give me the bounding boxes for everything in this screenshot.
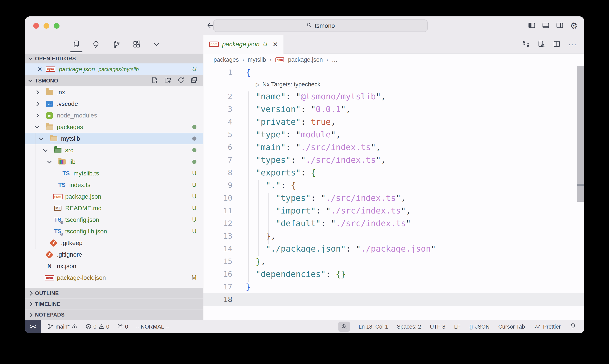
breadcrumb-item[interactable]: packages xyxy=(213,56,239,63)
tree-item-index-ts[interactable]: TSindex.tsU xyxy=(25,179,203,191)
breadcrumb-item-file[interactable]: package.json xyxy=(288,56,323,63)
code-line-13[interactable]: 13 }, xyxy=(203,230,584,242)
code-line-11[interactable]: 11 "import": "./src/index.ts", xyxy=(203,204,584,217)
codelens-nx-targets[interactable]: ▷Nx Targets: typecheck xyxy=(203,79,584,90)
screencast-zoom-indicator[interactable] xyxy=(338,322,350,332)
maximize-window-button[interactable] xyxy=(54,23,60,29)
tree-item--vscode[interactable]: VS.vscode xyxy=(25,98,203,110)
toggle-panel-icon[interactable] xyxy=(542,21,550,30)
tree-item-src[interactable]: src xyxy=(25,144,203,156)
tab-close-icon[interactable]: ✕ xyxy=(272,40,278,48)
code-text: "name": "@tsmono/mytslib", xyxy=(246,92,386,101)
code-line-4[interactable]: 4 "private": true, xyxy=(203,116,584,128)
more-actions-icon[interactable]: ··· xyxy=(568,40,577,49)
section-title: NOTEPADS xyxy=(35,312,65,318)
code-line-2[interactable]: 2 "name": "@tsmono/mytslib", xyxy=(203,90,584,103)
tree-item-tsconfig-lib-json[interactable]: TS⚙tsconfig.lib.jsonU xyxy=(25,225,203,237)
eol-status[interactable]: LF xyxy=(454,324,460,330)
close-editor-icon[interactable]: ✕ xyxy=(37,66,42,73)
cursor-position-status[interactable]: Ln 18, Col 1 xyxy=(359,324,388,330)
open-changes-editor-icon[interactable] xyxy=(537,40,545,49)
tree-item-package-lock-json[interactable]: npmpackage-lock.jsonM xyxy=(25,272,203,284)
chevron-down-icon xyxy=(43,147,48,152)
toggle-secondary-sidebar-icon[interactable] xyxy=(556,21,564,30)
code-line-5[interactable]: 5 "type": "module", xyxy=(203,128,584,141)
code-line-3[interactable]: 3 "version": "0.0.1", xyxy=(203,103,584,116)
remote-indicator[interactable]: >< xyxy=(25,320,41,333)
tree-item-node-modules[interactable]: jsnode_modules xyxy=(25,110,203,121)
new-file-icon[interactable] xyxy=(151,76,158,85)
search-icon xyxy=(306,22,312,29)
split-editor-icon[interactable] xyxy=(553,40,561,49)
desktop-background: tsmono ⚙ xyxy=(0,0,609,364)
code-line-16[interactable]: 16 "dependencies": {} xyxy=(203,268,584,280)
indentation-status[interactable]: Spaces: 2 xyxy=(397,324,421,330)
tree-item-lib[interactable]: lib xyxy=(25,156,203,168)
code-line-18[interactable]: 18 xyxy=(203,293,584,306)
collapse-folders-icon[interactable] xyxy=(190,76,198,85)
open-editor-item[interactable]: ✕ npm package.json packages/mytslib U xyxy=(25,64,203,75)
code-line-7[interactable]: 7 "types": "./src/index.ts", xyxy=(203,154,584,166)
refresh-explorer-icon[interactable] xyxy=(177,76,185,85)
close-window-button[interactable] xyxy=(33,23,39,29)
tree-item-tsconfig-json[interactable]: TS⚙tsconfig.jsonU xyxy=(25,214,203,225)
breadcrumb-item[interactable]: mytslib xyxy=(248,56,266,63)
minimize-window-button[interactable] xyxy=(43,23,49,29)
sidebar-section-outline[interactable]: OUTLINE xyxy=(25,288,203,298)
chevron-right-icon xyxy=(28,302,33,306)
scrollbar-thumb[interactable] xyxy=(577,66,584,202)
compare-changes-icon[interactable] xyxy=(522,40,530,49)
workspace-header[interactable]: TSMONO xyxy=(25,75,203,86)
tree-item-packages[interactable]: packages xyxy=(25,121,203,133)
tree-item-readme-md[interactable]: M↓README.mdU xyxy=(25,202,203,214)
search-view-icon[interactable] xyxy=(92,40,101,49)
code-line-8[interactable]: 8 "exports": { xyxy=(203,166,584,179)
vim-mode-indicator[interactable]: -- NORMAL -- xyxy=(136,324,169,330)
problems-status[interactable]: 0 0 xyxy=(85,324,109,330)
open-editors-header[interactable]: OPEN EDITORS xyxy=(25,53,203,64)
code-line-10[interactable]: 10 "types": "./src/index.ts", xyxy=(203,192,584,204)
tree-item-label: src xyxy=(65,147,73,154)
breadcrumb[interactable]: packages›mytslib›npmpackage.json›… xyxy=(203,53,584,66)
code-text: "default": "./src/index.ts" xyxy=(246,219,411,228)
title-bar[interactable]: tsmono ⚙ xyxy=(25,16,584,35)
code-line-14[interactable]: 14 "./package.json": "./package.json" xyxy=(203,242,584,255)
new-folder-icon[interactable] xyxy=(164,76,171,85)
source-control-view-icon[interactable] xyxy=(112,40,121,49)
language-mode-status[interactable]: {} JSON xyxy=(469,324,490,330)
tree-item-package-json[interactable]: npmpackage.jsonU xyxy=(25,191,203,202)
run-target-icon[interactable]: ▷ xyxy=(256,81,260,88)
formatter-status[interactable]: ✓✓ Prettier xyxy=(534,323,561,330)
tree-item-mytslib-ts[interactable]: TSmytslib.tsU xyxy=(25,168,203,179)
code-line-1[interactable]: 1{ xyxy=(203,66,584,79)
sidebar-section-timeline[interactable]: TIMELINE xyxy=(25,298,203,309)
tree-item-nx-json[interactable]: Nnx.json xyxy=(25,260,203,272)
code-line-9[interactable]: 9 ".": { xyxy=(203,179,584,192)
command-center-search[interactable]: tsmono xyxy=(213,19,428,32)
code-editor[interactable]: 1{▷Nx Targets: typecheck2 "name": "@tsmo… xyxy=(203,66,584,320)
tree-item-mytslib[interactable]: mytslib xyxy=(25,133,203,144)
tab-label: package.json xyxy=(222,41,260,48)
code-line-6[interactable]: 6 "main": "./src/index.ts", xyxy=(203,141,584,154)
notifications-bell-icon[interactable] xyxy=(570,323,576,331)
toggle-primary-sidebar-icon[interactable] xyxy=(528,21,536,30)
code-line-12[interactable]: 12 "default": "./src/index.ts" xyxy=(203,217,584,230)
code-line-17[interactable]: 17} xyxy=(203,280,584,293)
breadcrumb-symbol-ellipsis[interactable]: … xyxy=(332,56,337,63)
tab-package-json[interactable]: npm package.json U ✕ xyxy=(203,35,284,53)
code-line-15[interactable]: 15 }, xyxy=(203,255,584,268)
tree-item--gitkeep[interactable]: .gitkeep xyxy=(25,237,203,249)
cursor-tab-status[interactable]: Cursor Tab xyxy=(498,324,525,330)
encoding-status[interactable]: UTF-8 xyxy=(430,324,445,330)
tree-item--gitignore[interactable]: .gitignore xyxy=(25,249,203,260)
sidebar-section-notepads[interactable]: NOTEPADS xyxy=(25,309,203,320)
tree-item--nx[interactable]: .nx xyxy=(25,86,203,98)
more-views-chevron-icon[interactable] xyxy=(153,40,161,49)
editor-scrollbar[interactable] xyxy=(577,66,584,320)
extensions-view-icon[interactable] xyxy=(132,40,141,49)
explorer-view-icon[interactable] xyxy=(72,40,81,49)
settings-gear-icon[interactable]: ⚙ xyxy=(570,21,578,30)
git-status-dot xyxy=(192,160,196,164)
forwarded-ports-status[interactable]: 0 xyxy=(117,323,128,330)
git-branch-status[interactable]: main* xyxy=(47,323,78,330)
